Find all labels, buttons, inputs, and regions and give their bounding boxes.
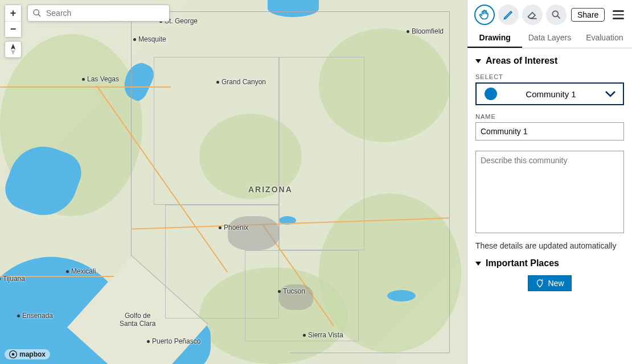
community-select-value: Community 1 [504, 89, 615, 99]
city-mesquite: Mesquite [139, 35, 166, 43]
panel-tabs: Drawing Data Layers Evaluation [467, 28, 632, 48]
pan-tool-button[interactable] [474, 5, 495, 25]
city-golfo: Golfo de Santa Clara [120, 312, 155, 328]
caret-down-icon [475, 58, 481, 64]
community-color-swatch [485, 88, 497, 100]
city-mexicali: Mexicali [72, 267, 96, 275]
svg-line-6 [557, 16, 560, 19]
svg-point-3 [12, 353, 15, 356]
region-label: ARIZONA [248, 185, 293, 194]
section-title: Important Places [486, 258, 559, 268]
city-phoenix: Phoenix [224, 224, 248, 231]
city-st-george: St. George [165, 17, 198, 25]
tab-drawing[interactable]: Drawing [467, 28, 522, 48]
inspect-tool-button[interactable] [546, 5, 567, 25]
zoom-in-button[interactable]: + [5, 5, 21, 21]
svg-point-0 [34, 10, 39, 15]
chevron-down-icon [605, 90, 616, 97]
svg-point-5 [552, 11, 558, 16]
draw-tool-button[interactable] [498, 5, 519, 25]
select-label: SELECT [475, 73, 624, 80]
pencil-icon [503, 9, 514, 20]
city-las-vegas: Las Vegas [88, 75, 119, 83]
share-button[interactable]: Share [571, 8, 605, 22]
map-attribution: mapbox [5, 349, 50, 359]
pin-plus-icon: + [535, 279, 544, 288]
community-description-textarea[interactable] [475, 151, 624, 233]
city-puerto-penasco: Puerto Peñasco [153, 337, 200, 345]
city-tucson: Tucson [284, 287, 305, 295]
city-sierra-vista: Sierra Vista [309, 331, 343, 339]
zoom-control: + − [5, 5, 22, 38]
eraser-icon [527, 9, 538, 20]
city-ensenada: Ensenada [23, 312, 53, 320]
search-input[interactable] [46, 9, 165, 18]
magnifier-icon [551, 9, 562, 20]
map-canvas[interactable]: ARIZONA Las Vegas St. George Mesquite Gr… [0, 0, 467, 364]
community-select[interactable]: Community 1 [475, 82, 624, 105]
mapbox-logo-icon [9, 350, 17, 358]
svg-text:+: + [541, 279, 544, 282]
svg-line-1 [38, 14, 40, 16]
city-bloomfield: Bloomfield [412, 27, 444, 35]
city-tijuana: Tijuana [3, 275, 25, 283]
section-title: Areas of Interest [486, 56, 557, 66]
areas-of-interest-header[interactable]: Areas of Interest [475, 52, 624, 70]
new-place-button[interactable]: + New [528, 275, 571, 291]
side-panel: Share Drawing Data Layers Evaluation Are… [467, 0, 632, 364]
hamburger-menu-button[interactable] [612, 9, 625, 20]
compass-button[interactable] [5, 41, 22, 58]
community-name-input[interactable] [475, 122, 624, 140]
hamburger-icon [613, 10, 624, 12]
erase-tool-button[interactable] [522, 5, 543, 25]
name-label: NAME [475, 113, 624, 120]
compass-icon [9, 44, 17, 55]
tab-data-layers[interactable]: Data Layers [522, 28, 577, 48]
tab-evaluation[interactable]: Evaluation [577, 28, 632, 48]
hand-icon [479, 9, 490, 20]
search-box[interactable] [27, 5, 170, 22]
auto-update-hint: These details are updated automatically [475, 235, 624, 253]
city-grand-canyon: Grand Canyon [222, 78, 266, 86]
zoom-out-button[interactable]: − [5, 21, 21, 37]
search-icon [32, 9, 42, 18]
important-places-header[interactable]: Important Places [475, 255, 624, 272]
caret-down-icon [475, 260, 481, 266]
